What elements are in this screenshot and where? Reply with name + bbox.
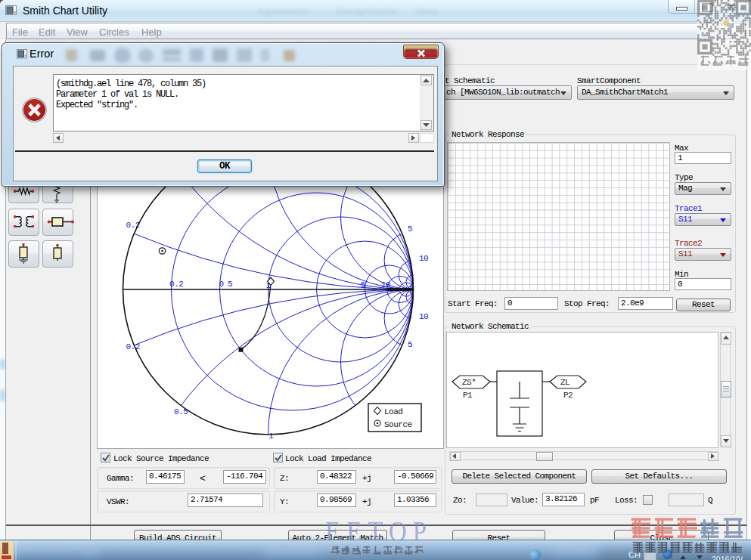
svg-text:P2: P2: [563, 391, 573, 400]
svg-text:5: 5: [408, 224, 412, 234]
svg-text:P1: P1: [463, 391, 473, 400]
svg-text:ZL: ZL: [560, 378, 569, 387]
svg-text:5: 5: [361, 280, 365, 289]
svg-text:ZS*: ZS*: [462, 378, 476, 387]
svg-text:0.2: 0.2: [169, 280, 183, 289]
svg-text:5: 5: [228, 280, 232, 289]
svg-text:10: 10: [419, 312, 428, 321]
svg-text:Source: Source: [384, 420, 412, 429]
svg-text:0: 0: [219, 280, 224, 289]
svg-text:10: 10: [419, 254, 428, 263]
svg-text:1: 1: [268, 432, 274, 441]
svg-text:Load: Load: [384, 407, 402, 416]
svg-text:5: 5: [408, 340, 412, 349]
